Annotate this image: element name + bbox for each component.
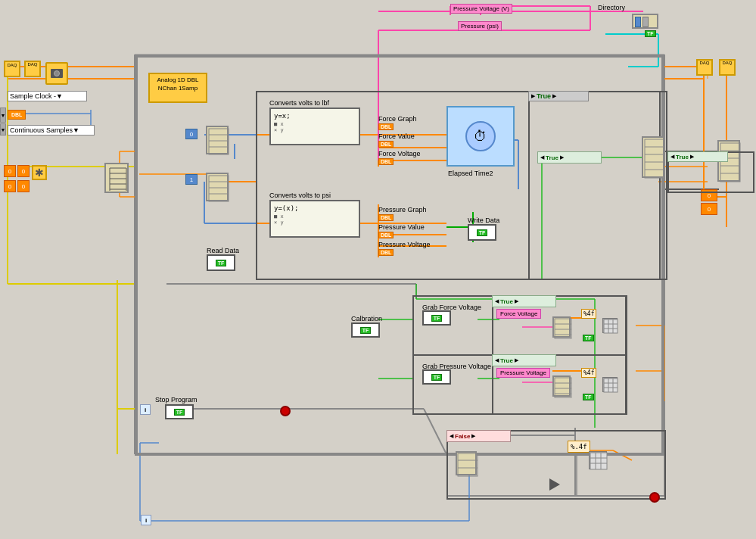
iterator-block-2: i [141, 515, 151, 525]
svg-rect-135 [458, 453, 478, 476]
right-connector-1 [642, 136, 664, 178]
pressure-voltage-out-label: Pressure Voltage [378, 241, 431, 248]
read-data-label: Read Data [207, 246, 239, 254]
pressure-voltage-indicator: Pressure Voltage [496, 368, 550, 378]
left-numeric-blocks-2: 0 0 [4, 180, 30, 192]
svg-rect-125 [604, 379, 618, 392]
grab-force-tf: TF [431, 315, 443, 322]
read-data-block: TF [207, 254, 235, 271]
inner-connector-2 [206, 173, 229, 201]
stop-program-label: Stop Program [155, 395, 198, 403]
force-voltage-dbl: DBL [378, 158, 394, 165]
calibration-block: TF [351, 322, 380, 338]
force-value-label: Force Value [378, 132, 415, 140]
force-value-dbl: DBL [378, 141, 394, 148]
true-case-header-1[interactable]: ▶ True ▶ [528, 91, 589, 101]
calibration-tf: TF [360, 327, 372, 334]
loop-left-border [135, 55, 138, 456]
canvas: Pressure Voltage (V) Pressure (psi) Dire… [0, 0, 756, 539]
stop-button[interactable] [280, 406, 291, 416]
svg-rect-99 [209, 129, 229, 154]
svg-rect-130 [590, 453, 607, 469]
write-data-tf: TF [477, 229, 488, 236]
pct4f-display-2: %4f [581, 368, 596, 378]
grab-pressure-tf: TF [431, 374, 443, 381]
pressure-value-label: Pressure Value [378, 223, 425, 231]
pressure-value-dbl: DBL [378, 232, 394, 238]
asterisk-icon: ✱ [32, 165, 47, 180]
play-icon [549, 478, 560, 491]
right-true-selector[interactable]: ◀ True ▶ [667, 151, 728, 162]
formula-lbf-block: y=x; ■ x × y [269, 107, 360, 145]
grab-force-block: TF [422, 310, 451, 326]
stop-tf-block: TF [165, 404, 194, 419]
pressure-graph-dbl: DBL [378, 214, 394, 221]
table-icon-2 [602, 377, 618, 392]
dbl-button[interactable]: DBL [8, 110, 26, 120]
loop-top-border [135, 55, 664, 58]
left-connector-matrix [104, 163, 129, 193]
write-data-label: Write Data [468, 216, 499, 224]
table-icon-bottom [589, 451, 607, 469]
pct-dot-4f-display: %.4f [568, 441, 590, 453]
sample-clock-dropdown[interactable]: Sample Clock -▼ [8, 91, 87, 101]
bottom-connector [456, 451, 477, 475]
right-numeric-blocks: 0 0 [701, 189, 717, 215]
stop-tf: TF [174, 409, 185, 416]
converts-lbf-label: Converts volts to lbf [269, 98, 329, 107]
read-data-tf: TF [216, 260, 227, 266]
inner-connector-1 [206, 126, 229, 154]
table-icon-1 [602, 318, 618, 333]
elapsed-time-block: ⏱ [446, 106, 515, 167]
daqmx-block-2: DAQ [24, 61, 41, 77]
one-value: 1 [185, 174, 198, 185]
pressure-voltage-label: Pressure Voltage (V) [450, 4, 512, 14]
directory-connector [632, 14, 658, 29]
write-data-block: TF [468, 224, 496, 241]
force-voltage-indicator: Force Voltage [496, 309, 541, 319]
svg-rect-121 [555, 378, 571, 397]
force-graph-dbl: DBL [378, 123, 394, 130]
svg-rect-107 [645, 139, 664, 178]
left-numeric-blocks: 0 0 [4, 165, 30, 177]
daqmx-right-2: DAQ [719, 59, 736, 76]
grab-pressure-true-selector[interactable]: ◀ True ▶ [492, 354, 556, 366]
device-icon [45, 62, 68, 85]
true-selector-inner[interactable]: ◀ True ▶ [537, 151, 602, 164]
grab-force-true-selector[interactable]: ◀ True ▶ [492, 295, 556, 307]
grab-force-connector [552, 316, 571, 338]
grab-pressure-connector [552, 375, 571, 397]
force-graph-label: Force Graph [378, 115, 417, 123]
calibration-label: Calbration [351, 314, 382, 322]
inner-true-frame [528, 91, 661, 280]
pressure-graph-label: Pressure Graph [378, 206, 427, 213]
false-case-header[interactable]: ◀ False ▶ [446, 430, 511, 442]
daqmx-right-1: DAQ [696, 59, 713, 76]
daqmx-block-1: DAQ [4, 61, 20, 77]
svg-rect-103 [209, 176, 229, 201]
zero-value-1: 0 [185, 129, 198, 139]
iterator-block: i [140, 404, 151, 415]
selector-arrow[interactable]: ▼ [0, 107, 6, 123]
pressure-voltage-dbl: DBL [378, 249, 394, 256]
pct4f-display-1: %4f [581, 309, 596, 319]
svg-rect-112 [555, 319, 571, 338]
svg-rect-116 [604, 319, 618, 333]
elapsed-time-label: Elapsed Time2 [448, 170, 493, 177]
stop-button-2[interactable] [649, 492, 660, 503]
svg-line-40 [424, 409, 446, 454]
formula-psi-block: y=(x); ■ x × y [269, 200, 360, 238]
grab-pressure-tf-2: TF [583, 394, 594, 400]
directory-tf-tag: TF [645, 30, 656, 37]
pressure-psi-label: Pressure (psi) [458, 21, 502, 31]
analog-dbl-block: Analog 1D DBL NChan 1Samp [148, 73, 207, 103]
continuous-samples-dropdown[interactable]: Continuous Samples▼ [8, 125, 95, 136]
continuous-arrow[interactable]: ▼ [0, 123, 6, 136]
force-voltage-label: Force Voltage [378, 150, 421, 157]
converts-psi-label: Converts volts to psi [269, 191, 331, 199]
grab-force-tf-2: TF [583, 335, 594, 341]
directory-label: Directory [598, 4, 625, 11]
grab-pressure-block: TF [422, 369, 451, 385]
